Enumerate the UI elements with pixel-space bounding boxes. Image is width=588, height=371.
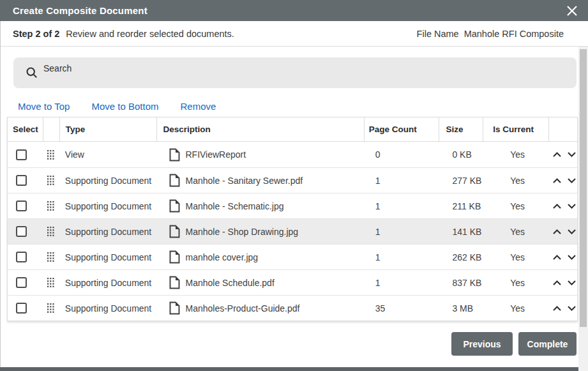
row-description-cell: Manhole Schedule.pdf xyxy=(156,270,363,295)
row-checkbox[interactable] xyxy=(16,303,27,314)
row-is-current: Yes xyxy=(483,142,548,167)
step-row: Step 2 of 2 Review and reorder selected … xyxy=(0,21,588,47)
row-size: 0 KB xyxy=(439,142,483,167)
row-checkbox[interactable] xyxy=(16,201,27,211)
drag-handle-icon[interactable] xyxy=(47,227,54,236)
table-body: ViewRFIViewReport00 KBYesSupporting Docu… xyxy=(8,142,577,321)
table-header: Select Type Description Page Count Size … xyxy=(8,117,577,142)
step-label: Step 2 of 2 xyxy=(13,29,59,39)
move-up-icon[interactable] xyxy=(552,280,562,286)
row-select-cell xyxy=(8,296,43,321)
drag-handle-icon[interactable] xyxy=(47,150,54,160)
row-size: 211 KB xyxy=(439,193,483,218)
row-description-cell: Manhole - Sanitary Sewer.pdf xyxy=(156,168,363,193)
scrollbar-thumb[interactable] xyxy=(580,49,587,327)
move-up-icon[interactable] xyxy=(552,254,562,261)
dialog-titlebar: Create Composite Document xyxy=(0,0,588,21)
column-header-is-current: Is Current xyxy=(483,117,548,141)
complete-button[interactable]: Complete xyxy=(518,332,577,356)
row-reorder-cell xyxy=(548,142,577,167)
remove-button[interactable]: Remove xyxy=(181,101,216,112)
document-icon xyxy=(169,301,180,315)
drag-handle-icon[interactable] xyxy=(47,278,54,287)
table-row[interactable]: Supporting DocumentManhole Schedule.pdf1… xyxy=(8,269,577,295)
close-button[interactable] xyxy=(565,4,579,18)
drag-handle-icon[interactable] xyxy=(47,303,54,313)
row-checkbox[interactable] xyxy=(16,175,27,186)
row-checkbox[interactable] xyxy=(16,252,27,262)
row-select-cell xyxy=(8,270,43,295)
column-header-select: Select xyxy=(8,117,43,141)
drag-handle-icon[interactable] xyxy=(47,252,54,262)
column-header-description: Description xyxy=(156,117,363,141)
row-drag-cell xyxy=(43,296,59,321)
table-row[interactable]: ViewRFIViewReport00 KBYes xyxy=(8,142,577,167)
drag-handle-icon[interactable] xyxy=(47,201,54,211)
move-down-icon[interactable] xyxy=(567,254,577,261)
move-up-icon[interactable] xyxy=(552,178,562,184)
move-down-icon[interactable] xyxy=(567,229,577,235)
table-row[interactable]: Supporting Documentmanhole cover.jpg1262… xyxy=(8,244,577,269)
row-reorder-cell xyxy=(548,219,577,244)
move-up-icon[interactable] xyxy=(552,305,562,312)
move-to-top-button[interactable]: Move to Top xyxy=(18,101,70,112)
row-reorder-cell xyxy=(548,270,577,295)
move-down-icon[interactable] xyxy=(567,280,577,286)
row-description-cell: RFIViewReport xyxy=(156,142,363,167)
dialog-bottom-border xyxy=(0,367,578,371)
row-checkbox[interactable] xyxy=(16,149,27,160)
document-icon xyxy=(169,174,180,187)
move-down-icon[interactable] xyxy=(567,178,577,184)
table-row[interactable]: Supporting DocumentManhole - Shop Drawin… xyxy=(8,218,577,244)
row-checkbox[interactable] xyxy=(16,277,27,288)
documents-table: Select Type Description Page Count Size … xyxy=(7,117,578,321)
row-is-current: Yes xyxy=(483,193,548,218)
row-drag-cell xyxy=(43,270,59,295)
row-page-count: 1 xyxy=(364,168,439,193)
move-down-icon[interactable] xyxy=(567,203,577,209)
document-icon xyxy=(169,225,180,238)
row-description-cell: Manhole - Shop Drawing.jpg xyxy=(156,219,363,244)
document-icon xyxy=(169,250,180,264)
row-drag-cell xyxy=(43,168,59,193)
row-description-cell: Manholes-Product-Guide.pdf xyxy=(156,296,363,321)
column-header-type: Type xyxy=(59,117,157,141)
row-size: 277 KB xyxy=(439,168,483,193)
row-description: manhole cover.jpg xyxy=(185,252,258,262)
document-icon xyxy=(169,276,180,289)
search-icon xyxy=(26,66,38,79)
row-type: Supporting Document xyxy=(59,270,157,295)
row-select-cell xyxy=(8,193,43,218)
row-type: Supporting Document xyxy=(59,219,157,244)
row-is-current: Yes xyxy=(483,296,548,321)
row-page-count: 35 xyxy=(364,296,439,321)
table-row[interactable]: Supporting DocumentManhole - Sanitary Se… xyxy=(8,167,577,193)
column-header-drag xyxy=(43,117,59,141)
move-down-icon[interactable] xyxy=(567,151,577,158)
row-page-count: 1 xyxy=(364,219,439,244)
document-icon xyxy=(169,148,180,162)
dialog-title: Create Composite Document xyxy=(13,5,147,16)
row-size: 141 KB xyxy=(439,219,483,244)
table-row[interactable]: Supporting DocumentManholes-Product-Guid… xyxy=(8,295,577,321)
move-up-icon[interactable] xyxy=(552,151,562,158)
move-down-icon[interactable] xyxy=(567,305,577,312)
drag-handle-icon[interactable] xyxy=(47,176,54,185)
move-up-icon[interactable] xyxy=(552,203,562,209)
previous-button[interactable]: Previous xyxy=(451,332,513,356)
row-is-current: Yes xyxy=(483,245,548,269)
row-select-cell xyxy=(8,245,43,269)
search-input[interactable]: Search xyxy=(13,57,577,88)
file-name-label: File Name xyxy=(417,29,459,39)
row-size: 837 KB xyxy=(439,270,483,295)
row-checkbox[interactable] xyxy=(16,226,27,237)
vertical-scrollbar[interactable] xyxy=(578,47,588,371)
close-icon xyxy=(566,4,578,17)
row-drag-cell xyxy=(43,142,59,167)
row-type: Supporting Document xyxy=(59,193,157,218)
move-up-icon[interactable] xyxy=(552,229,562,235)
move-to-bottom-button[interactable]: Move to Bottom xyxy=(91,101,158,112)
table-row[interactable]: Supporting DocumentManhole - Schematic.j… xyxy=(8,193,577,218)
column-header-size: Size xyxy=(439,117,483,141)
row-type: Supporting Document xyxy=(59,245,157,269)
